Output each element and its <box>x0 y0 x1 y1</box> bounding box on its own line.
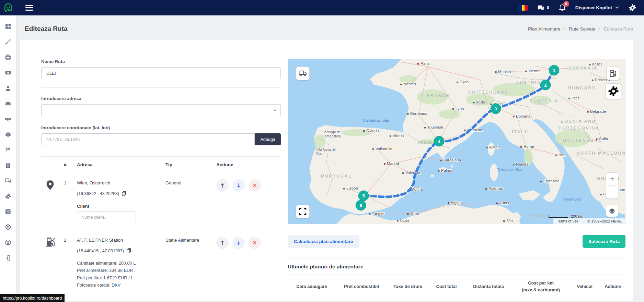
map-label: Munich <box>498 70 511 74</box>
client-name-input[interactable] <box>77 212 136 223</box>
map-label: SWITZERLAND <box>468 90 508 95</box>
copy-icon[interactable] <box>127 248 131 253</box>
map-label: Madrid <box>387 161 399 166</box>
waypoint-number: 2 <box>64 237 77 289</box>
waypoint-coordinates: (15.440415 , 47.031987) <box>77 249 124 253</box>
fuel-stations-toggle-button[interactable] <box>606 67 620 80</box>
user-menu-label: Dispecer Kopilot <box>575 5 612 10</box>
truck-icon <box>299 70 307 77</box>
waypoint-type: General <box>165 179 216 223</box>
map-label: FRANCE <box>427 93 450 98</box>
kopilot-logo[interactable] <box>0 0 16 15</box>
chat-indicator[interactable]: 0 <box>537 5 549 11</box>
sidebar-item-globe[interactable] <box>5 54 12 61</box>
delete-waypoint-button[interactable]: × <box>249 179 261 192</box>
chevron-down-icon <box>615 7 619 9</box>
map-canvas[interactable]: ParisNantesDijonFRANCELyonBordeauxToulou… <box>288 59 625 224</box>
route-map[interactable]: ParisNantesDijonFRANCELyonBordeauxToulou… <box>288 59 625 224</box>
map-label: PORTUGAL <box>321 174 352 179</box>
hamburger-menu-icon[interactable] <box>25 4 33 12</box>
sidebar-item-packages[interactable] <box>5 131 12 138</box>
settings-gear-button[interactable] <box>629 4 636 12</box>
scale-line <box>549 215 568 218</box>
notifications-bell[interactable]: 0 <box>559 3 566 12</box>
add-button[interactable]: Adauga <box>255 133 281 145</box>
map-label: Pecs <box>572 96 579 100</box>
sidebar-item-logout[interactable] <box>5 254 12 261</box>
sidebar-item-clients[interactable] <box>5 85 12 92</box>
route-name-input[interactable] <box>41 67 281 79</box>
map-label: ITALY <box>512 130 528 134</box>
gear-icon <box>608 86 619 97</box>
sidebar-item-partners[interactable] <box>5 116 12 122</box>
sidebar-item-reports[interactable] <box>5 208 12 215</box>
sidebar-item-account[interactable] <box>5 239 12 246</box>
route-marker-4[interactable]: 4 <box>434 136 444 146</box>
svg-text:2: 2 <box>544 83 547 88</box>
breadcrumb-item: Editeaza Ruta <box>604 26 633 32</box>
copy-icon[interactable] <box>122 191 126 196</box>
address-select[interactable] <box>41 104 281 116</box>
plans-column-header: Cost per km(taxe & carburant) <box>513 280 569 293</box>
sidebar-item-routes[interactable] <box>5 38 12 45</box>
route-marker-1[interactable]: 1 <box>549 65 559 75</box>
map-pin-icon <box>46 180 54 190</box>
save-route-button[interactable]: Salveaza Ruta <box>583 235 625 248</box>
delete-waypoint-button[interactable]: × <box>249 237 261 249</box>
sidebar-item-invoices[interactable] <box>5 162 12 169</box>
truck-toggle-button[interactable] <box>296 67 310 80</box>
layers-button[interactable] <box>606 205 618 217</box>
col-num: # <box>64 162 77 167</box>
map-settings-button[interactable] <box>606 83 621 99</box>
zoom-out-button[interactable]: − <box>606 186 618 198</box>
sidebar-item-messages[interactable] <box>5 177 12 184</box>
map-label: Vienna <box>528 69 541 73</box>
map-scale: 200 km <box>549 214 583 218</box>
fuel-pump-icon-cell <box>41 237 64 289</box>
route-marker-5[interactable]: 5 <box>358 191 369 201</box>
zoom-in-button[interactable]: + <box>606 173 618 185</box>
map-label: Palma <box>441 168 452 172</box>
sidebar-item-vehicles[interactable] <box>5 100 12 107</box>
route-marker-6[interactable]: 6 <box>356 200 366 210</box>
coordinates-input[interactable] <box>41 133 255 145</box>
map-label: Rome <box>524 144 534 148</box>
romania-flag-icon[interactable] <box>519 5 528 11</box>
map-label: NORTH MACEDONIA <box>576 151 625 156</box>
sidebar-item-support[interactable] <box>5 224 12 230</box>
move-down-button[interactable]: ↓ <box>232 237 245 249</box>
map-label: Santiago de <box>322 130 341 134</box>
map-label: Sofia <box>599 137 608 141</box>
waypoint-row: 2AT, F. LEITNER Station(15.440415 , 47.0… <box>41 230 281 296</box>
move-down-button[interactable]: ↓ <box>232 179 245 192</box>
route-marker-3[interactable]: 3 <box>491 104 501 114</box>
sidebar-item-settings[interactable] <box>5 193 12 200</box>
move-up-button[interactable]: ↑ <box>216 237 229 249</box>
col-actiune: Actiune <box>216 162 281 167</box>
sidebar-item-dashboard[interactable] <box>5 23 12 30</box>
map-label: Vitoria <box>393 134 404 138</box>
sidebar-item-plans-flag[interactable] <box>5 146 12 153</box>
waypoints-table-header: # Adresa Tip Actiune <box>41 157 281 173</box>
route-marker-2[interactable]: 2 <box>540 80 551 90</box>
map-label: Tunis <box>499 201 509 205</box>
main-content: Editeaza Ruta Plan Alimentare›Rute Salva… <box>16 15 644 302</box>
map-label: AUSTRIA <box>516 80 541 85</box>
map-label: MALTA <box>532 214 546 218</box>
map-panel: ParisNantesDijonFRANCELyonBordeauxToulou… <box>288 59 625 301</box>
gear-icon <box>629 4 636 12</box>
breadcrumb-item[interactable]: Plan Alimentare <box>528 26 561 32</box>
map-label: HUNGARY <box>568 86 596 90</box>
sidebar-item-payments[interactable] <box>5 69 12 76</box>
plans-column-header: Taxe de drum <box>387 283 428 290</box>
col-adresa: Adresa <box>77 162 165 167</box>
breadcrumb-item[interactable]: Rute Salvate <box>569 26 595 32</box>
status-url-tooltip: https://pro.kopilot.ro/dashboard <box>0 294 65 302</box>
map-label: Catanzaro <box>543 179 560 183</box>
fullscreen-button[interactable] <box>296 205 310 218</box>
calculate-fuel-plan-button[interactable]: Calculeaza plan alimentare <box>288 235 359 248</box>
terms-of-use-link[interactable]: Terms of use <box>557 219 578 223</box>
move-up-button[interactable]: ↑ <box>216 179 229 192</box>
user-menu[interactable]: Dispecer Kopilot <box>575 5 619 10</box>
fuel-plans-header-row: Data adaugarePret combustibilTaxe de dru… <box>288 275 625 298</box>
